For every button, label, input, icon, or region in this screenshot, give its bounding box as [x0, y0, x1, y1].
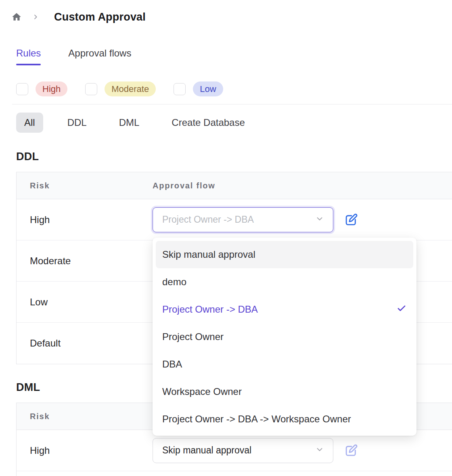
approval-flow-cell: Project Owner -> DBA: [153, 207, 360, 232]
chevron-down-icon: [315, 445, 324, 456]
dropdown-item-project-owner-dba[interactable]: Project Owner -> DBA: [153, 296, 416, 323]
risk-cell: Moderate: [17, 255, 153, 267]
low-checkbox[interactable]: [174, 83, 186, 95]
risk-filter-high: High: [16, 81, 67, 96]
dropdown-item-label: Project Owner -> DBA: [162, 304, 258, 315]
tab-rules[interactable]: Rules: [16, 48, 41, 65]
dml-row-clipped: [17, 471, 452, 476]
ddl-table-header: Risk Approval flow: [17, 172, 452, 199]
dropdown-item-skip-manual-approval[interactable]: Skip manual approval: [156, 241, 413, 268]
select-value: Project Owner -> DBA: [162, 214, 254, 225]
dropdown-item-label: DBA: [162, 359, 182, 370]
edit-approval-flow-button-disabled[interactable]: [342, 442, 360, 459]
approval-flow-select-dml-high[interactable]: Skip manual approval: [153, 438, 333, 463]
dropdown-item-demo[interactable]: demo: [153, 268, 416, 296]
category-tab-create-database[interactable]: Create Database: [163, 113, 253, 133]
risk-filter-low: Low: [174, 81, 223, 96]
category-tab-dml[interactable]: DML: [111, 113, 148, 133]
moderate-badge: Moderate: [105, 81, 156, 96]
risk-cell: High: [17, 445, 153, 456]
edit-icon: [343, 212, 359, 228]
select-value: Skip manual approval: [162, 445, 251, 456]
approval-flow-cell: Skip manual approval: [153, 438, 360, 463]
risk-cell: Low: [17, 296, 153, 308]
edit-approval-flow-button[interactable]: [342, 211, 360, 229]
high-checkbox[interactable]: [16, 83, 28, 95]
check-icon: [396, 303, 407, 316]
approval-flow-dropdown: Skip manual approval demo Project Owner …: [153, 238, 416, 436]
tab-approval-flows[interactable]: Approval flows: [68, 48, 131, 65]
dropdown-item-project-owner-dba-workspace-owner[interactable]: Project Owner -> DBA -> Workspace Owner: [153, 405, 416, 433]
dropdown-item-label: demo: [162, 276, 186, 288]
moderate-checkbox[interactable]: [85, 83, 97, 95]
approval-flow-column-header: Approval flow: [153, 181, 216, 190]
risk-cell: High: [17, 214, 153, 225]
dropdown-item-label: Workspace Owner: [162, 386, 242, 397]
high-badge: High: [36, 81, 67, 96]
dropdown-item-workspace-owner[interactable]: Workspace Owner: [153, 378, 416, 405]
risk-filter-moderate: Moderate: [85, 81, 156, 96]
dropdown-item-label: Project Owner -> DBA -> Workspace Owner: [162, 413, 351, 425]
page-title: Custom Approval: [54, 11, 146, 23]
low-badge: Low: [193, 81, 223, 96]
ddl-section-title: DDL: [16, 150, 452, 163]
category-tab-ddl[interactable]: DDL: [59, 113, 95, 133]
top-tabs: Rules Approval flows: [16, 48, 452, 65]
category-tabs: All DDL DML Create Database: [16, 113, 452, 133]
risk-filter-row: High Moderate Low: [16, 81, 452, 96]
chevron-right-icon: [32, 14, 39, 20]
edit-icon: [343, 443, 359, 458]
risk-cell: Default: [17, 338, 153, 349]
home-icon[interactable]: [11, 12, 22, 22]
dropdown-item-project-owner[interactable]: Project Owner: [153, 323, 416, 351]
dropdown-item-label: Project Owner: [162, 331, 224, 342]
divider: [12, 104, 452, 104]
risk-column-header: Risk: [17, 412, 153, 421]
category-tab-all[interactable]: All: [16, 113, 43, 133]
chevron-down-icon: [315, 214, 324, 225]
dropdown-item-dba[interactable]: DBA: [153, 351, 416, 378]
dropdown-item-label: Skip manual approval: [162, 249, 255, 260]
approval-flow-select-ddl-high[interactable]: Project Owner -> DBA: [153, 207, 333, 232]
ddl-row-high: High Project Owner -> DBA: [17, 199, 452, 240]
risk-column-header: Risk: [17, 181, 153, 190]
breadcrumb: Custom Approval: [11, 10, 452, 24]
dml-row-high: High Skip manual approval: [17, 430, 452, 471]
